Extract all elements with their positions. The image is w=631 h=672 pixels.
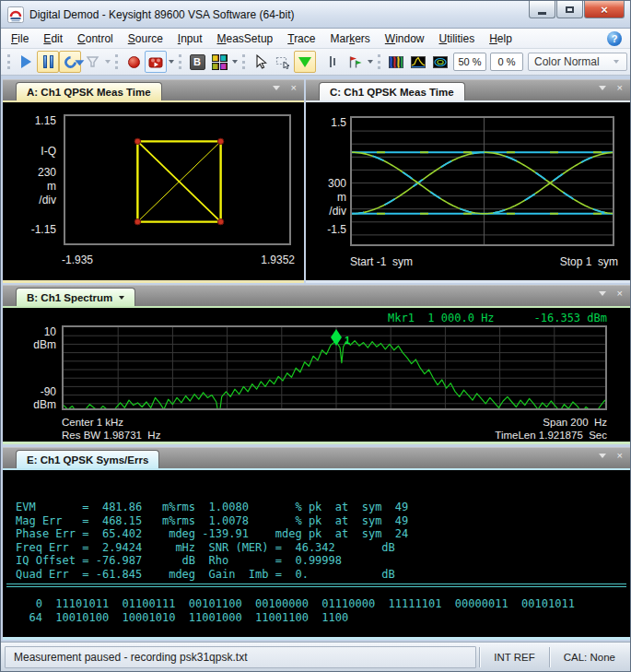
- trace-zoom-percent-field[interactable]: 50 %: [453, 53, 486, 71]
- record-button[interactable]: [123, 51, 145, 73]
- menu-edit[interactable]: Edit: [36, 29, 70, 48]
- menu-input[interactable]: Input: [170, 29, 210, 48]
- a-trace-format-label: I-Q: [6, 145, 56, 158]
- window-c-bottom-strip: [306, 280, 630, 283]
- menu-file[interactable]: File: [4, 29, 36, 48]
- minimize-button[interactable]: [529, 1, 555, 18]
- color-mode-value: Color Normal: [534, 55, 600, 68]
- menu-trace[interactable]: Trace: [280, 29, 322, 48]
- constellation-plot[interactable]: [64, 114, 291, 245]
- a-y-min-label: -1.15: [6, 223, 56, 236]
- spectrum-view-button[interactable]: [407, 51, 429, 73]
- b-center-freq-label: Center 1 kHz: [62, 417, 123, 428]
- b-y-min-unit-label: dBm: [8, 398, 56, 411]
- minimize-icon: [538, 12, 546, 15]
- measurement-b-icon: B: [190, 54, 205, 70]
- app-icon: [7, 6, 24, 23]
- window-c-close-icon[interactable]: ×: [617, 83, 623, 93]
- marker-options-caret-icon[interactable]: [368, 60, 373, 64]
- menu-utilities[interactable]: Utilities: [432, 29, 483, 48]
- layout-options-caret-icon[interactable]: [232, 60, 238, 64]
- menu-source[interactable]: Source: [121, 29, 170, 48]
- window-a-tab-strip: A: Ch1 QPSK Meas Time ×: [3, 79, 304, 100]
- error-summary-table: EVM = 481.86 m%rms 1.0080 % pk at sym 49…: [16, 501, 408, 581]
- window-c-menu-caret-icon[interactable]: [599, 86, 606, 90]
- calibration-status-panel[interactable]: CAL: None: [553, 646, 626, 668]
- reference-status-panel[interactable]: INT REF: [483, 646, 546, 668]
- toolbar-grip[interactable]: [7, 54, 10, 69]
- tab-e-ch1-qpsk-syms-errs[interactable]: E: Ch1 QPSK Syms/Errs: [16, 450, 159, 468]
- waterfall-view-icon: [433, 56, 448, 68]
- record-options-caret-icon[interactable]: [169, 60, 174, 64]
- menu-control[interactable]: Control: [70, 29, 121, 48]
- window-c-qpsk-meas-time: C: Ch1 QPSK Meas Time × 1.5 300 m /div -…: [306, 79, 630, 283]
- marker-tool-button[interactable]: [294, 51, 316, 73]
- toolbar-grip[interactable]: [179, 54, 181, 69]
- svg-text:1: 1: [345, 335, 350, 346]
- c-x-start-label: Start -1 sym: [350, 255, 413, 268]
- spectrum-plot[interactable]: 1: [62, 325, 607, 410]
- c-scale-unit-label: m: [308, 191, 346, 204]
- pointer-tool-button[interactable]: [250, 51, 272, 73]
- vsa-application-window: Digital Demod - Keysight 89600 VSA Softw…: [0, 0, 631, 672]
- restart-icon: [62, 53, 78, 70]
- window-a-menu-caret-icon[interactable]: [273, 86, 280, 90]
- menu-bar: File Edit Control Source Input MeasSetup…: [1, 29, 630, 49]
- a-scale-div-label: /div: [6, 194, 56, 206]
- zoom-select-tool-button[interactable]: [272, 51, 294, 73]
- recording-playback-button[interactable]: [145, 51, 167, 73]
- window-b-plot-area: Mkr1 1 000.0 Hz -16.353 dBm 10 dBm -90 d…: [3, 308, 630, 442]
- waterfall-view-button[interactable]: [429, 51, 451, 73]
- toolbar-grip[interactable]: [242, 54, 245, 69]
- menu-meassetup[interactable]: MeasSetup: [210, 29, 281, 48]
- toolbar-grip[interactable]: [378, 54, 380, 69]
- tab-b-dropdown-caret-icon: [119, 296, 124, 300]
- window-controls: ×: [528, 1, 625, 18]
- run-options-caret-icon[interactable]: [105, 60, 111, 64]
- toolbar-grip[interactable]: [115, 54, 118, 69]
- marker-flags-button[interactable]: [344, 51, 366, 73]
- status-message: Measurement paused - recording psk31qpsk…: [5, 646, 476, 668]
- window-c-plot-area: 1.5 300 m /div -1.5 Start -1 sym Stop 1 …: [306, 102, 630, 280]
- menu-window[interactable]: Window: [378, 29, 432, 48]
- tab-a-ch1-qpsk-meas-time[interactable]: A: Ch1 QPSK Meas Time: [16, 82, 162, 100]
- tab-c-ch1-qpsk-meas-time[interactable]: C: Ch1 QPSK Meas Time: [319, 82, 465, 100]
- window-b-spectrum: B: Ch1 Spectrum × Mkr1 1 000.0 Hz -16.35…: [3, 285, 630, 444]
- c-scale-value-label: 300: [308, 177, 346, 190]
- a-x-min-label: -1.935: [62, 253, 93, 266]
- window-layout-button[interactable]: ▦▦▦▦: [208, 51, 230, 73]
- zoom-select-icon: [275, 55, 291, 69]
- marker-readout: Mkr1 1 000.0 Hz: [388, 312, 495, 324]
- eye-diagram-plot[interactable]: [350, 116, 614, 246]
- close-button[interactable]: ×: [584, 1, 625, 18]
- workspace: A: Ch1 QPSK Meas Time × 1.15 I-Q 230 m /…: [1, 76, 630, 642]
- menu-help[interactable]: Help: [482, 29, 520, 48]
- toolbar: B ▦▦▦▦: [1, 49, 630, 76]
- window-e-bottom-strip: [3, 637, 630, 640]
- error-row-mag-err: Mag Err = 468.15 m%rms 1.0078 % pk at sy…: [16, 514, 408, 528]
- error-row-freq-err: Freq Err = 2.9424 mHz SNR (MER) = 46.342…: [16, 541, 408, 555]
- window-e-close-icon[interactable]: ×: [617, 451, 623, 461]
- window-a-close-icon[interactable]: ×: [291, 83, 297, 93]
- tab-b-ch1-spectrum[interactable]: B: Ch1 Spectrum: [16, 288, 135, 306]
- window-b-menu-caret-icon[interactable]: [599, 291, 606, 296]
- spectrogram-view-button[interactable]: [385, 51, 407, 73]
- marker-bars-button[interactable]: [321, 51, 344, 73]
- single-capture-button[interactable]: [81, 51, 103, 73]
- measurement-select-button[interactable]: B: [186, 51, 208, 73]
- maximize-button[interactable]: [556, 1, 583, 18]
- window-e-menu-caret-icon[interactable]: [599, 454, 606, 458]
- window-layout-icon: ▦▦▦▦: [212, 54, 228, 70]
- restart-button[interactable]: [59, 51, 81, 73]
- help-icon[interactable]: ?: [607, 31, 622, 46]
- color-mode-select[interactable]: Color Normal: [528, 53, 627, 71]
- error-row-evm: EVM = 481.86 m%rms 1.0080 % pk at sym 49: [16, 501, 408, 514]
- window-b-close-icon[interactable]: ×: [617, 289, 623, 299]
- menu-markers[interactable]: Markers: [322, 29, 377, 48]
- status-separator: [479, 647, 480, 667]
- title-bar[interactable]: Digital Demod - Keysight 89600 VSA Softw…: [1, 1, 630, 29]
- play-button[interactable]: [15, 51, 37, 73]
- window-c-tab-strip: C: Ch1 QPSK Meas Time ×: [306, 79, 630, 100]
- reference-percent-field[interactable]: 0 %: [490, 53, 523, 71]
- pause-button[interactable]: [37, 51, 59, 73]
